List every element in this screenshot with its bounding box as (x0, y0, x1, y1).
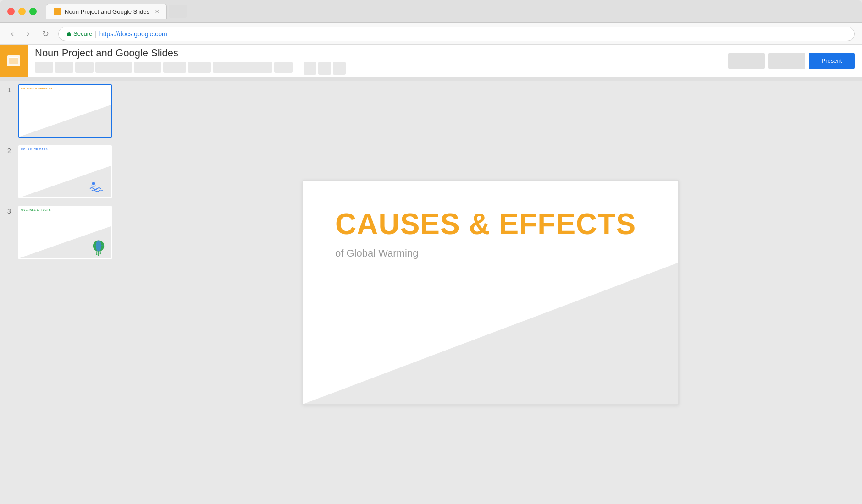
slide2-icon (88, 180, 106, 194)
title-bar: Noun Project and Google Slides ✕ (0, 0, 862, 23)
svg-point-15 (100, 253, 101, 254)
svg-rect-2 (9, 57, 18, 64)
svg-rect-3 (9, 57, 18, 58)
slide-main-title: CAUSES & EFFECTS (335, 208, 646, 240)
app-title: Noun Project and Google Slides (35, 47, 721, 59)
menu-view[interactable] (75, 62, 94, 73)
new-tab-button[interactable] (169, 5, 187, 18)
menu-addons[interactable] (213, 62, 272, 73)
tab-favicon (54, 8, 61, 15)
menu-insert[interactable] (95, 62, 132, 73)
menu-edit[interactable] (55, 62, 73, 73)
slide-thumb-inner-3: OVERALL EFFECTS (19, 207, 111, 258)
slide-number-3: 3 (7, 206, 15, 215)
menu-tools[interactable] (163, 62, 186, 73)
toolbar-undo[interactable] (304, 62, 316, 75)
tab-close-icon[interactable]: ✕ (155, 9, 159, 15)
url-text: https://docs.google.com (99, 30, 167, 38)
present-label: Present (822, 57, 842, 64)
toolbar-redo[interactable] (318, 62, 331, 75)
slide3-icon (90, 238, 107, 256)
app-logo (0, 45, 28, 77)
nav-bar: ‹ › ↻ Secure | https://docs.google.com (0, 23, 862, 45)
toolbar-right: Present (728, 53, 862, 69)
app-title-area: Noun Project and Google Slides (28, 44, 728, 78)
slide-thumb-inner-2: POLAR ICE CAPS (19, 146, 111, 198)
menu-file[interactable] (35, 62, 53, 73)
svg-marker-4 (19, 105, 111, 137)
lock-icon (66, 31, 72, 37)
back-button[interactable]: ‹ (7, 27, 17, 40)
secure-text: Secure (73, 30, 92, 37)
app-toolbar: Noun Project and Google Slides (0, 45, 862, 77)
slide-thumb-inner-1: CAUSES & EFFECTS (19, 85, 111, 137)
slide-item-1: 1 CAUSES & EFFECTS (7, 84, 112, 138)
slide-content: CAUSES & EFFECTS of Global Warming (303, 181, 678, 287)
share-button[interactable] (728, 53, 765, 69)
slides-logo-icon (6, 53, 22, 69)
slide-number-1: 1 (7, 84, 15, 93)
slide-item-3: 3 OVERALL EFFECTS (7, 206, 112, 259)
toolbar-print[interactable] (333, 62, 346, 75)
svg-point-9 (96, 240, 101, 251)
forward-button[interactable]: › (23, 27, 33, 40)
main-content: 1 CAUSES & EFFECTS 2 POLAR ICE C (0, 81, 862, 504)
slide-thumbnail-1[interactable]: CAUSES & EFFECTS (18, 84, 112, 138)
menu-format[interactable] (134, 62, 161, 73)
comments-button[interactable] (768, 53, 805, 69)
tab-bar: Noun Project and Google Slides ✕ (46, 4, 187, 19)
slide-number-2: 2 (7, 145, 15, 154)
slide-canvas[interactable]: CAUSES & EFFECTS of Global Warming (303, 180, 679, 405)
slide-thumbnail-3[interactable]: OVERALL EFFECTS (18, 206, 112, 259)
slide-thumbnail-2[interactable]: POLAR ICE CAPS (18, 145, 112, 199)
svg-rect-0 (67, 33, 71, 36)
active-tab[interactable]: Noun Project and Google Slides ✕ (46, 4, 167, 19)
slide1-bg-svg (19, 85, 111, 137)
toolbar-buttons (35, 62, 721, 75)
svg-point-6 (92, 182, 95, 185)
minimize-button[interactable] (18, 8, 26, 15)
reload-button[interactable]: ↻ (39, 27, 53, 41)
menu-table[interactable] (188, 62, 211, 73)
secure-label: Secure (66, 30, 92, 37)
slide-view: CAUSES & EFFECTS of Global Warming (119, 81, 862, 504)
browser-window: Noun Project and Google Slides ✕ ‹ › ↻ S… (0, 0, 862, 504)
menu-help[interactable] (274, 62, 293, 73)
present-button[interactable]: Present (809, 53, 855, 69)
url-separator: | (95, 30, 97, 38)
address-bar[interactable]: Secure | https://docs.google.com (58, 27, 855, 41)
close-button[interactable] (7, 8, 15, 15)
svg-point-13 (96, 254, 97, 255)
slides-panel: 1 CAUSES & EFFECTS 2 POLAR ICE C (0, 81, 119, 504)
toolbar-divider-bar (0, 77, 862, 81)
tab-title: Noun Project and Google Slides (65, 8, 149, 15)
maximize-button[interactable] (29, 8, 37, 15)
slide-subtitle: of Global Warming (335, 247, 646, 259)
slide-item-2: 2 POLAR ICE CAPS (7, 145, 112, 199)
traffic-lights (7, 8, 37, 15)
